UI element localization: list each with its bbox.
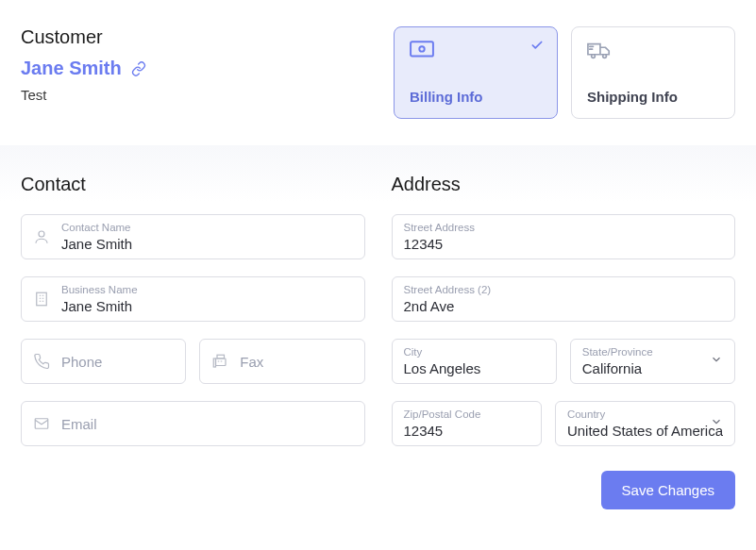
phone-placeholder: Phone	[61, 354, 102, 370]
customer-heading: Customer	[21, 26, 394, 48]
street2-value: 2nd Ave	[404, 297, 724, 316]
shipping-card-label: Shipping Info	[587, 89, 719, 105]
business-name-label: Business Name	[61, 283, 353, 297]
contact-name-label: Contact Name	[61, 221, 353, 235]
svg-rect-8	[214, 358, 216, 367]
email-placeholder: Email	[61, 416, 97, 432]
phone-field[interactable]: Phone	[21, 339, 186, 384]
state-value: California	[582, 359, 723, 378]
customer-name-link[interactable]: Jane Smith	[21, 58, 122, 79]
street1-value: 12345	[404, 235, 724, 254]
business-name-field[interactable]: Business Name Jane Smith	[21, 276, 365, 322]
svg-rect-6	[216, 358, 227, 366]
business-name-value: Jane Smith	[61, 297, 353, 316]
save-button[interactable]: Save Changes	[601, 471, 735, 509]
fax-field[interactable]: Fax	[199, 339, 364, 384]
city-label: City	[404, 345, 545, 359]
country-value: United States of America	[567, 422, 723, 441]
svg-rect-0	[411, 42, 433, 56]
zip-value: 12345	[404, 422, 529, 441]
check-icon	[530, 39, 544, 56]
city-field[interactable]: City Los Angeles	[392, 339, 557, 384]
street2-field[interactable]: Street Address (2) 2nd Ave	[392, 276, 736, 322]
money-icon	[410, 41, 542, 63]
svg-point-1	[419, 46, 424, 51]
state-label: State/Province	[582, 345, 723, 359]
street1-field[interactable]: Street Address 12345	[392, 214, 736, 259]
svg-rect-5	[37, 292, 47, 306]
fax-icon	[211, 353, 228, 370]
billing-info-card[interactable]: Billing Info	[394, 26, 558, 119]
email-field[interactable]: Email	[21, 401, 365, 446]
zip-field[interactable]: Zip/Postal Code 12345	[392, 401, 542, 446]
svg-point-2	[592, 55, 596, 58]
street1-label: Street Address	[404, 221, 724, 235]
contact-name-field[interactable]: Contact Name Jane Smith	[21, 214, 365, 259]
contact-name-value: Jane Smith	[61, 235, 353, 254]
customer-sublabel: Test	[21, 87, 394, 103]
mail-icon	[33, 415, 50, 432]
fax-placeholder: Fax	[240, 354, 263, 370]
billing-card-label: Billing Info	[410, 89, 542, 105]
svg-point-4	[39, 231, 44, 237]
person-icon	[33, 228, 50, 245]
address-heading: Address	[392, 174, 736, 195]
truck-icon	[587, 41, 719, 65]
state-select[interactable]: State/Province California	[570, 339, 735, 384]
building-icon	[33, 291, 50, 308]
shipping-info-card[interactable]: Shipping Info	[571, 26, 735, 119]
svg-rect-7	[217, 355, 225, 358]
country-label: Country	[567, 408, 723, 422]
svg-rect-9	[35, 419, 48, 429]
contact-heading: Contact	[21, 174, 365, 195]
link-icon[interactable]	[131, 61, 146, 76]
country-select[interactable]: Country United States of America	[555, 401, 735, 446]
street2-label: Street Address (2)	[404, 283, 724, 297]
zip-label: Zip/Postal Code	[404, 408, 529, 422]
city-value: Los Angeles	[404, 359, 545, 378]
phone-icon	[33, 353, 50, 370]
svg-point-3	[603, 55, 607, 58]
